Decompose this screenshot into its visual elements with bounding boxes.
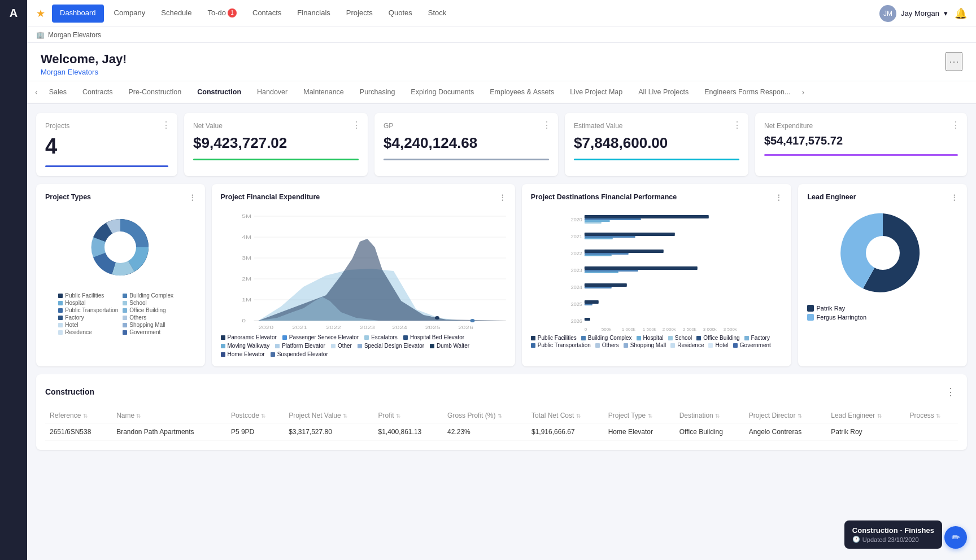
chart-menu-engineer[interactable]: ⋮ [951, 193, 958, 202]
stat-exp-bar [764, 154, 958, 156]
legend-residence: Residence [58, 329, 118, 335]
chart-menu-types[interactable]: ⋮ [189, 193, 196, 202]
nav-item-contacts[interactable]: Contacts [245, 0, 289, 27]
tab-engineers-forms[interactable]: Engineers Forms Respon... [696, 81, 798, 104]
tab-live-project-map[interactable]: Live Project Map [562, 81, 630, 104]
tab-next-arrow[interactable]: › [798, 83, 808, 101]
breadcrumb-label[interactable]: Morgan Elevators [48, 31, 101, 39]
dest-legend-building-complex: Building Complex [581, 335, 632, 341]
svg-text:1 000k: 1 000k [622, 327, 636, 332]
tab-employees-assets[interactable]: Employees & Assets [482, 81, 562, 104]
svg-text:2025: 2025 [425, 325, 440, 330]
nav-item-projects[interactable]: Projects [338, 0, 381, 27]
user-info[interactable]: JM Jay Morgan ▾ [879, 5, 948, 22]
tab-construction[interactable]: Construction [189, 81, 249, 104]
tab-expiring-documents[interactable]: Expiring Documents [403, 81, 482, 104]
cell-profit: $1,400,861.13 [373, 423, 443, 441]
col-director[interactable]: Project Director ⇅ [744, 408, 826, 423]
dest-legend-school: School [668, 335, 692, 341]
more-button[interactable]: ⋯ [945, 52, 962, 71]
edit-fab-button[interactable]: ✏ [944, 526, 967, 549]
svg-text:2021: 2021 [571, 234, 582, 239]
legend-building-complex: Building Complex [123, 292, 182, 299]
dest-legend-factory: Factory [744, 335, 770, 341]
col-engineer[interactable]: Lead Engineer ⇅ [826, 408, 905, 423]
stat-menu-netvalue[interactable]: ⋮ [352, 120, 361, 130]
svg-text:2022: 2022 [571, 251, 582, 256]
col-project-type[interactable]: Project Type ⇅ [604, 408, 675, 423]
stat-menu-est[interactable]: ⋮ [733, 120, 742, 130]
chart-destinations: ⋮ Project Destinations Financial Perform… [522, 184, 792, 366]
svg-rect-32 [585, 220, 610, 222]
svg-rect-40 [585, 266, 698, 270]
pie-chart [81, 208, 160, 287]
lead-engineer-pie [838, 208, 928, 298]
nav-item-stock[interactable]: Stock [420, 0, 455, 27]
tab-prev-arrow[interactable]: ‹ [32, 83, 41, 101]
svg-rect-47 [585, 318, 590, 321]
legend-factory: Factory [58, 314, 118, 321]
legend-platform: Platform Elevator [275, 343, 325, 349]
stat-menu-projects[interactable]: ⋮ [162, 120, 171, 130]
financial-legend: Panoramic Elevator Passenger Service Ele… [221, 334, 506, 357]
svg-point-56 [866, 236, 900, 270]
col-reference[interactable]: Reference ⇅ [45, 408, 112, 423]
tooltip-card: Construction - Finishes 🕐 Updated 23/10/… [844, 520, 942, 549]
col-process[interactable]: Process ⇅ [905, 408, 958, 423]
cell-name: Brandon Path Apartments [112, 423, 226, 441]
cell-process [905, 423, 958, 441]
nav-item-quotes[interactable]: Quotes [381, 0, 420, 27]
col-profit[interactable]: Profit ⇅ [373, 408, 443, 423]
tooltip-content: Construction - Finishes 🕐 Updated 23/10/… [852, 526, 934, 543]
nav-item-company[interactable]: Company [106, 0, 154, 27]
dest-legend-government: Government [733, 342, 771, 348]
stats-row: ⋮ Projects 4 ⋮ Net Value $9,423,727.02 ⋮… [36, 113, 967, 176]
tab-pre-construction[interactable]: Pre-Construction [120, 81, 189, 104]
nav-item-schedule[interactable]: Schedule [153, 0, 199, 27]
col-postcode[interactable]: Postcode ⇅ [226, 408, 284, 423]
legend-passenger: Passenger Service Elevator [282, 334, 359, 340]
welcome-company[interactable]: Morgan Elevators [41, 68, 127, 76]
star-icon[interactable]: ★ [36, 7, 45, 20]
legend-fergus-harrington: Fergus Harrington [807, 314, 958, 321]
tooltip-title: Construction - Finishes [852, 526, 934, 535]
stat-menu-exp[interactable]: ⋮ [951, 120, 960, 130]
tab-contracts[interactable]: Contracts [75, 81, 121, 104]
table-more-button[interactable]: ⋮ [943, 383, 958, 400]
dest-legend-pub-transport: Public Transportation [531, 342, 591, 348]
nav-item-todo[interactable]: To-do 1 [199, 0, 245, 27]
col-destination[interactable]: Destination ⇅ [675, 408, 744, 423]
table-row[interactable]: 2651/6SN538 Brandon Path Apartments P5 9… [45, 423, 958, 441]
bell-icon[interactable]: 🔔 [955, 7, 967, 20]
svg-rect-34 [585, 233, 675, 236]
chart-financial-expenditure: ⋮ Project Financial Expenditure 5M 4M 3M… [212, 184, 515, 366]
col-name[interactable]: Name ⇅ [112, 408, 226, 423]
chart-menu-financial[interactable]: ⋮ [499, 193, 506, 202]
chart-menu-destinations[interactable]: ⋮ [775, 193, 782, 202]
stat-gp: ⋮ GP $4,240,124.68 [374, 113, 558, 176]
svg-rect-36 [585, 238, 613, 239]
tab-all-live-projects[interactable]: All Live Projects [630, 81, 696, 104]
svg-text:4M: 4M [242, 234, 251, 240]
tab-maintenance[interactable]: Maintenance [295, 81, 352, 104]
svg-rect-38 [585, 253, 629, 255]
svg-text:3 500k: 3 500k [724, 327, 738, 332]
svg-point-1 [104, 231, 136, 263]
legend-special-design: Special Design Elevator [358, 343, 424, 349]
tab-handover[interactable]: Handover [249, 81, 295, 104]
col-gp[interactable]: Gross Profit (%) ⇅ [443, 408, 527, 423]
legend-suspended: Suspended Elevator [271, 351, 328, 357]
stat-menu-gp[interactable]: ⋮ [542, 120, 551, 130]
dest-legend-shopping-mall: Shopping Mall [624, 342, 666, 348]
nav-item-dashboard[interactable]: Dashboard [52, 5, 104, 23]
svg-rect-43 [585, 283, 627, 287]
tab-purchasing[interactable]: Purchasing [352, 81, 403, 104]
nav-item-financials[interactable]: Financials [289, 0, 338, 27]
tab-sales[interactable]: Sales [41, 81, 75, 104]
col-total-net-cost[interactable]: Total Net Cost ⇅ [527, 408, 604, 423]
svg-text:2026: 2026 [571, 318, 582, 324]
chevron-down-icon: ▾ [944, 9, 948, 18]
table-section-header: Construction ⋮ [45, 383, 958, 400]
svg-text:2M: 2M [242, 276, 251, 282]
col-net-value[interactable]: Project Net Value ⇅ [284, 408, 373, 423]
